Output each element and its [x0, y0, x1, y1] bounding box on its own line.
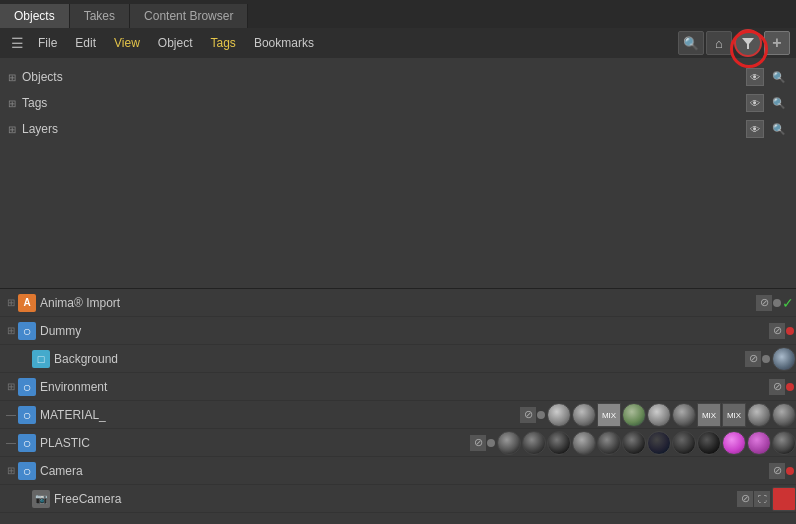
search-button[interactable]: 🔍: [678, 31, 704, 55]
pl-thumb-8: [697, 431, 721, 455]
material-thumbs: MIX MIX MIX: [547, 403, 796, 427]
pl-thumb-7: [672, 431, 696, 455]
slash-btn-6[interactable]: ⊘: [769, 463, 785, 479]
slash-btn-3[interactable]: ⊘: [769, 379, 785, 395]
pl-thumb-10: [747, 431, 771, 455]
objects-visibility-btn[interactable]: 👁: [746, 68, 764, 86]
pl-thumb-3: [572, 431, 596, 455]
add-button[interactable]: +: [764, 31, 790, 55]
hamburger-menu[interactable]: ☰: [6, 32, 28, 54]
filter-button[interactable]: [734, 29, 762, 57]
menu-edit[interactable]: Edit: [67, 33, 104, 53]
camera-label: Camera: [40, 464, 769, 478]
pl-thumb-0: [497, 431, 521, 455]
pl-thumb-11: [772, 431, 796, 455]
freecamera-icon: 📷: [32, 490, 50, 508]
objects-label: Objects: [22, 70, 740, 84]
mat-thumb-0: [547, 403, 571, 427]
status-dot-2: [762, 355, 770, 363]
objects-search-btn[interactable]: 🔍: [770, 68, 788, 86]
plastic-thumbs: [497, 431, 796, 455]
background-icon: □: [32, 350, 50, 368]
environment-controls: ⊘: [769, 379, 794, 395]
expand-icon: —: [4, 437, 18, 448]
pl-thumb-9: [722, 431, 746, 455]
menu-file[interactable]: File: [30, 33, 65, 53]
scene-row-material[interactable]: — ○ MATERIAL_ ⊘ MIX MIX MIX: [0, 401, 796, 429]
scene-row-environment[interactable]: ⊞ ○ Environment ⊘: [0, 373, 796, 401]
tab-objects[interactable]: Objects: [0, 4, 70, 28]
panel-row-layers: ⊞ Layers 👁 🔍: [8, 118, 788, 140]
menu-view[interactable]: View: [106, 33, 148, 53]
check-icon-0: ✓: [782, 295, 794, 311]
tags-search-btn[interactable]: 🔍: [770, 94, 788, 112]
tab-content-browser[interactable]: Content Browser: [130, 4, 248, 28]
layers-visibility-btn[interactable]: 👁: [746, 120, 764, 138]
tab-takes[interactable]: Takes: [70, 4, 130, 28]
mat-thumb-2: [622, 403, 646, 427]
background-thumbs: [772, 347, 796, 371]
menu-tags[interactable]: Tags: [203, 33, 244, 53]
background-label: Background: [54, 352, 745, 366]
scene-row-freecamera[interactable]: 📷 FreeCamera ⊘ ⛶: [0, 485, 796, 513]
status-dot-5: [487, 439, 495, 447]
expand-icon: ⊞: [4, 325, 18, 336]
mat-thumb-mix-0: MIX: [597, 403, 621, 427]
panel-area: ⊞ Objects 👁 🔍 ⊞ Tags 👁 🔍 ⊞ Layers 👁 🔍: [0, 58, 796, 288]
slash-btn-4[interactable]: ⊘: [520, 407, 536, 423]
layers-expand-icon: ⊞: [8, 124, 16, 135]
slash-btn-2[interactable]: ⊘: [745, 351, 761, 367]
scene-row-camera[interactable]: ⊞ ○ Camera ⊘: [0, 457, 796, 485]
home-button[interactable]: ⌂: [706, 31, 732, 55]
camera-controls: ⊘: [769, 463, 794, 479]
material-controls: ⊘: [520, 407, 545, 423]
tags-visibility-btn[interactable]: 👁: [746, 94, 764, 112]
thumb-bg: [772, 347, 796, 371]
menu-bookmarks[interactable]: Bookmarks: [246, 33, 322, 53]
panel-row-objects: ⊞ Objects 👁 🔍: [8, 66, 788, 88]
pl-thumb-2: [547, 431, 571, 455]
mat-thumb-4: [672, 403, 696, 427]
slash-btn-1[interactable]: ⊘: [769, 323, 785, 339]
pl-thumb-6: [647, 431, 671, 455]
scene-panel: ⊞ A Anima® Import ⊘ ✓ ⊞ ○ Dummy ⊘: [0, 288, 796, 513]
anima-import-icon: A: [18, 294, 36, 312]
scene-row-dummy[interactable]: ⊞ ○ Dummy ⊘: [0, 317, 796, 345]
toolbar-right: 🔍 ⌂ +: [678, 29, 790, 57]
environment-label: Environment: [40, 380, 769, 394]
resize-btn-7[interactable]: ⛶: [754, 491, 770, 507]
panel-row-tags: ⊞ Tags 👁 🔍: [8, 92, 788, 114]
material-icon: ○: [18, 406, 36, 424]
freecamera-label: FreeCamera: [54, 492, 737, 506]
pl-thumb-5: [622, 431, 646, 455]
mat-thumb-3: [647, 403, 671, 427]
material-label: MATERIAL_: [40, 408, 520, 422]
slash-btn-0[interactable]: ⊘: [756, 295, 772, 311]
layers-label: Layers: [22, 122, 740, 136]
scene-row-plastic[interactable]: — ○ PLASTIC ⊘: [0, 429, 796, 457]
plastic-label: PLASTIC: [40, 436, 470, 450]
fc-thumb-0: [772, 487, 796, 511]
anima-import-controls: ⊘ ✓: [756, 295, 794, 311]
slash-btn-7[interactable]: ⊘: [737, 491, 753, 507]
status-dot-0: [773, 299, 781, 307]
slash-btn-5[interactable]: ⊘: [470, 435, 486, 451]
tab-bar: Objects Takes Content Browser: [0, 0, 796, 28]
menu-object[interactable]: Object: [150, 33, 201, 53]
filter-icon: [741, 36, 755, 50]
scene-row-anima-import[interactable]: ⊞ A Anima® Import ⊘ ✓: [0, 289, 796, 317]
freecamera-controls: ⊘ ⛶: [737, 491, 770, 507]
menu-bar: ☰ File Edit View Object Tags Bookmarks 🔍…: [0, 28, 796, 58]
app-container: Objects Takes Content Browser ☰ File Edi…: [0, 0, 796, 524]
tags-label: Tags: [22, 96, 740, 110]
pl-thumb-4: [597, 431, 621, 455]
pl-thumb-1: [522, 431, 546, 455]
scene-row-background[interactable]: □ Background ⊘: [0, 345, 796, 373]
tags-expand-icon: ⊞: [8, 98, 16, 109]
layers-search-btn[interactable]: 🔍: [770, 120, 788, 138]
dummy-controls: ⊘: [769, 323, 794, 339]
background-controls: ⊘: [745, 351, 770, 367]
mat-thumb-6: [772, 403, 796, 427]
svg-marker-0: [742, 38, 754, 49]
mat-thumb-mix-2: MIX: [722, 403, 746, 427]
